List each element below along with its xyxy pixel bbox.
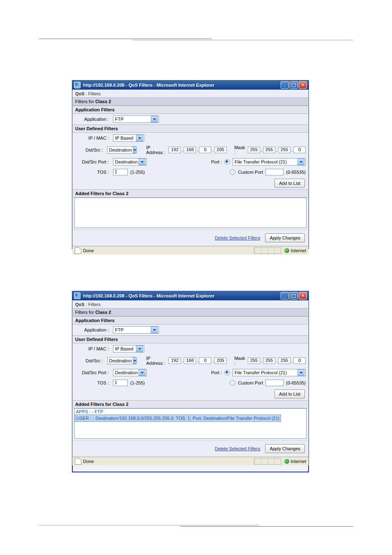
apply-changes-button[interactable]: Apply Changes [265, 233, 305, 242]
custom-port-label: Custom Port [238, 170, 263, 175]
ip-address-input[interactable]: 192. 168. 0. 205 [168, 357, 226, 364]
status-bar: Done Internet [72, 246, 309, 255]
application-select[interactable]: FTP [113, 115, 159, 123]
chevron-down-icon [136, 345, 143, 352]
mask-label: Mask : [234, 356, 245, 366]
added-filters-header: Added Filters for Class 2 [73, 189, 308, 198]
mask-input[interactable]: 255. 255. 255. 0 [248, 357, 306, 364]
application-filters-header: Application Filters [73, 106, 308, 114]
added-filters-list[interactable]: APPS : - FTP USER : - Destination/192.16… [74, 408, 307, 439]
port-label: Port : [211, 370, 222, 375]
port-select[interactable]: File Transfer Protocol (21) [233, 369, 306, 376]
ie-icon [74, 82, 81, 88]
ip-mac-select[interactable]: IP Based [113, 134, 144, 142]
dst-src-label: Dst/Src : [75, 147, 105, 152]
custom-port-label: Custom Port [238, 380, 263, 385]
chevron-down-icon [138, 159, 145, 165]
application-filters-header: Application Filters [73, 316, 308, 325]
application-label: Application : [75, 327, 111, 332]
custom-port-input[interactable] [265, 380, 284, 386]
status-divider [254, 247, 281, 254]
chevron-down-icon [151, 327, 158, 333]
custom-port-range: (0-65535) [286, 380, 306, 385]
dst-src-port-label: Dst/Src Port : [75, 370, 111, 375]
chevron-down-icon [297, 369, 304, 376]
delete-selected-link[interactable]: Delete Selected Filters [215, 235, 261, 240]
dst-src-port-select[interactable]: Destination [113, 158, 147, 166]
close-button[interactable]: × [299, 81, 307, 89]
port-select[interactable]: File Transfer Protocol (21) [233, 158, 306, 166]
status-text: Done [83, 459, 94, 464]
mask-input[interactable]: 255. 255. 255. 0 [248, 147, 306, 153]
preset-port-radio[interactable] [224, 159, 230, 165]
custom-port-range: (0-65535) [286, 170, 306, 175]
apply-changes-button[interactable]: Apply Changes [265, 444, 305, 453]
chevron-down-icon [133, 357, 137, 364]
titlebar: http://192.168.0.208 - QoS Filters - Mic… [72, 291, 309, 300]
status-zone: Internet [291, 248, 306, 253]
delete-selected-link[interactable]: Delete Selected Filters [215, 446, 261, 451]
status-zone: Internet [291, 459, 306, 464]
minimize-button[interactable]: _ [281, 81, 289, 89]
tos-label: TOS : [75, 170, 111, 175]
add-to-list-button[interactable]: Add to List [274, 179, 305, 188]
application-select[interactable]: FTP [113, 326, 159, 334]
ip-address-label: IP Address : [146, 145, 166, 155]
titlebar: http://192.168.0.208 - QoS Filters - Mic… [72, 81, 309, 90]
tos-range: (1-255) [130, 380, 145, 385]
added-filters-list[interactable] [74, 198, 307, 228]
ie-icon [74, 292, 81, 299]
status-text: Done [83, 248, 94, 253]
tos-input[interactable]: 1 [113, 380, 128, 386]
custom-port-radio[interactable] [230, 380, 235, 386]
page-title: QoS : Filters [73, 301, 308, 308]
user-defined-filters-header: User Defined Filters [73, 335, 308, 343]
window-title: http://192.168.0.208 - QoS Filters - Mic… [83, 293, 281, 298]
maximize-button[interactable] [290, 81, 298, 89]
add-to-list-button[interactable]: Add to List [274, 389, 305, 398]
list-item[interactable]: APPS : - FTP [75, 409, 306, 415]
status-divider [254, 458, 281, 465]
chevron-down-icon [138, 369, 145, 376]
preset-port-radio[interactable] [224, 370, 230, 375]
tos-range: (1-255) [130, 170, 145, 175]
chevron-down-icon [151, 116, 158, 122]
mask-label: Mask : [234, 145, 245, 155]
dst-src-select[interactable]: Destination [107, 357, 136, 364]
custom-port-input[interactable] [265, 169, 284, 175]
globe-icon [284, 459, 289, 464]
dst-src-port-select[interactable]: Destination [113, 369, 147, 376]
filters-for-bar: Filters for Class 2 [73, 308, 308, 316]
list-item[interactable]: USER : - Destination/192.168.0.0/255.255… [75, 415, 281, 422]
window-title: http://192.168.0.208 - QoS Filters - Mic… [83, 83, 281, 88]
maximize-button[interactable] [290, 292, 298, 299]
page-title: QoS : Filters [73, 90, 308, 97]
ip-address-label: IP Address : [146, 356, 166, 366]
custom-port-radio[interactable] [230, 169, 235, 175]
ip-address-input[interactable]: 192. 168. 0. 205 [168, 147, 226, 153]
status-bar: Done Internet [72, 457, 309, 465]
page-icon [75, 458, 81, 465]
dst-src-port-label: Dst/Src Port : [75, 159, 111, 164]
minimize-button[interactable]: _ [281, 292, 289, 299]
chevron-down-icon [133, 147, 137, 153]
page-icon [75, 247, 81, 254]
client-area: QoS : Filters Filters for Class 2 Applic… [72, 90, 309, 246]
filters-for-bar: Filters for Class 2 [73, 97, 308, 106]
ip-mac-select[interactable]: IP Based [113, 345, 144, 352]
globe-icon [284, 248, 289, 253]
user-defined-filters-header: User Defined Filters [73, 124, 308, 133]
close-button[interactable]: × [299, 292, 307, 299]
dst-src-select[interactable]: Destination [107, 146, 136, 154]
window-2: http://192.168.0.208 - QoS Filters - Mic… [72, 291, 309, 472]
ip-mac-label: IP / MAC : [75, 136, 111, 140]
tos-label: TOS : [75, 380, 111, 385]
tos-input[interactable]: 1 [113, 169, 128, 175]
client-area: QoS : Filters Filters for Class 2 Applic… [72, 300, 309, 457]
dst-src-label: Dst/Src : [75, 358, 105, 363]
window-1: http://192.168.0.208 - QoS Filters - Mic… [72, 80, 309, 249]
port-label: Port : [211, 159, 222, 164]
chevron-down-icon [297, 159, 304, 165]
application-label: Application : [75, 117, 111, 122]
ip-mac-label: IP / MAC : [75, 346, 111, 351]
